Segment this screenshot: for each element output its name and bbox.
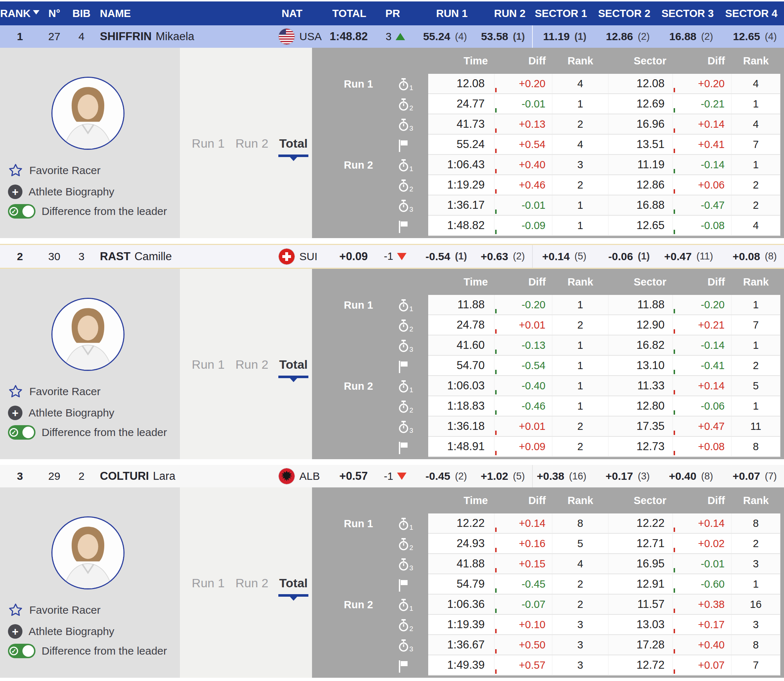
plus-icon: + <box>8 185 22 199</box>
split-rank: 2 <box>552 315 608 336</box>
tab-total[interactable]: Total <box>279 358 308 372</box>
split-time: 54.70 <box>428 356 494 376</box>
difference-from-leader-toggle[interactable]: ✓ Difference from the leader <box>8 644 167 658</box>
col-rank[interactable]: RANK <box>0 8 40 19</box>
split-rank: 4 <box>552 74 608 94</box>
sector-diff: +0.20 <box>673 74 732 94</box>
split-rank: 3 <box>552 615 608 635</box>
split-row: 3 1:36.17 -0.01 1 16.88 -0.47 2 <box>312 195 780 215</box>
splits-panel: Time Diff Rank Sector Diff Rank Run 1 1 … <box>312 269 784 459</box>
split-rank: 1 <box>552 94 608 114</box>
sector-rank: 11 <box>732 417 780 437</box>
split-icon: 1 <box>398 379 413 393</box>
nationality: ALB <box>268 468 326 484</box>
split-diff: -0.45 <box>494 574 552 594</box>
split-rank: 1 <box>552 295 608 315</box>
sector-rank: 7 <box>732 315 780 336</box>
athlete-photo[interactable] <box>51 298 124 371</box>
rank-value: 3 <box>0 470 40 482</box>
split-row: 3 41.60 -0.13 1 16.82 -0.14 1 <box>312 336 780 356</box>
athlete-biography[interactable]: + Athlete Biography <box>8 185 114 199</box>
sector-rank: 7 <box>732 135 780 155</box>
split-row-label <box>312 437 428 457</box>
split-row-label <box>312 135 428 155</box>
tab-total[interactable]: Total <box>279 136 308 150</box>
sector-time: 12.69 <box>608 94 673 114</box>
athlete-photo[interactable] <box>51 516 124 589</box>
split-diff: +0.16 <box>494 534 552 554</box>
split-row-label: 2 <box>312 615 428 635</box>
splits-header: Time Diff Rank Sector Diff Rank <box>312 269 780 295</box>
sector-rank: 1 <box>732 396 780 417</box>
split-rank: 1 <box>552 356 608 376</box>
favorite-racer[interactable]: Favorite Racer <box>8 384 101 399</box>
racer-summary-row[interactable]: 3 29 2 COLTURILara ALB +0.57 -1 -0.45(2)… <box>0 465 784 488</box>
split-icon: 3 <box>398 420 413 434</box>
racer-summary-row[interactable]: 1 27 4 SHIFFRINMikaela USA 1:48.82 3 55.… <box>0 25 784 48</box>
finish-flag-icon <box>398 660 408 673</box>
splits-header: Time Diff Rank Sector Diff Rank <box>312 488 780 513</box>
summary-run1: -0.45(2) <box>413 465 474 488</box>
total-time: +0.09 <box>326 250 373 263</box>
difference-from-leader-toggle[interactable]: ✓ Difference from the leader <box>8 204 167 219</box>
split-icon: 2 <box>398 537 413 551</box>
star-icon <box>8 384 23 399</box>
sector-diff: +0.07 <box>673 655 732 676</box>
sector-diff: +0.08 <box>673 437 732 457</box>
tab-run1[interactable]: Run 1 <box>192 136 225 150</box>
tab-run1[interactable]: Run 1 <box>192 576 225 590</box>
view-tabs: Run 1 Run 2 Total <box>192 576 308 590</box>
splits-table: Run 1 1 12.22 +0.14 8 12.22 +0.14 8 2 24… <box>312 513 780 676</box>
split-rank: 2 <box>552 175 608 195</box>
split-row: 3 1:36.18 +0.01 2 17.35 +0.47 11 <box>312 417 780 437</box>
favorite-racer[interactable]: Favorite Racer <box>8 163 101 178</box>
sector-diff: -0.14 <box>673 155 732 175</box>
favorite-racer[interactable]: Favorite Racer <box>8 602 101 618</box>
racer-summary-row[interactable]: 2 30 3 RASTCamille SUI +0.09 -1 -0.54(1)… <box>0 244 784 269</box>
summary-run1: -0.54(1) <box>413 245 474 268</box>
split-row: 2 24.93 +0.16 5 12.71 +0.02 2 <box>312 534 780 554</box>
split-rank: 5 <box>552 534 608 554</box>
split-rank: 3 <box>552 155 608 175</box>
split-icon: 1 <box>398 597 413 612</box>
col-number: N° <box>40 8 69 19</box>
tab-run2[interactable]: Run 2 <box>236 136 268 150</box>
split-row: Run 1 1 11.88 -0.20 1 11.88 -0.20 1 <box>312 295 780 315</box>
bib-value: 2 <box>69 470 94 482</box>
athlete-photo[interactable] <box>51 77 124 150</box>
sector-diff: +0.14 <box>673 114 732 135</box>
tab-run2[interactable]: Run 2 <box>236 576 268 590</box>
tab-run2[interactable]: Run 2 <box>236 358 268 372</box>
athlete-biography[interactable]: + Athlete Biography <box>8 624 114 639</box>
split-diff: +0.14 <box>494 513 552 534</box>
split-diff: +0.50 <box>494 635 552 655</box>
athlete-biography[interactable]: + Athlete Biography <box>8 405 114 420</box>
split-icon <box>398 440 408 454</box>
split-time: 1:19.39 <box>428 615 494 635</box>
split-diff: -0.01 <box>494 195 552 215</box>
tab-total[interactable]: Total <box>279 576 308 590</box>
split-row-label: 3 <box>312 635 428 655</box>
split-icon: 1 <box>398 158 413 172</box>
split-rank: 2 <box>552 574 608 594</box>
summary-sector4: 12.65(4) <box>720 25 784 48</box>
run-label: Run 2 <box>312 599 398 611</box>
run-label: Run 1 <box>312 78 398 90</box>
col-rank-detail: Rank <box>552 495 608 507</box>
difference-from-leader-toggle[interactable]: ✓ Difference from the leader <box>8 425 167 440</box>
split-diff: -0.01 <box>494 94 552 114</box>
racer-name: RASTCamille <box>94 250 268 263</box>
split-time: 1:49.39 <box>428 655 494 676</box>
plus-icon: + <box>8 405 22 420</box>
racer-detail: Favorite Racer + Athlete Biography ✓ Dif… <box>0 488 784 678</box>
summary-sector2: 12.86(2) <box>594 25 657 48</box>
tab-run1[interactable]: Run 1 <box>192 358 225 372</box>
rank-value: 2 <box>0 250 40 263</box>
sector-diff: -0.14 <box>673 336 732 356</box>
sector-rank: 2 <box>732 175 780 195</box>
sector-diff: -0.47 <box>673 195 732 215</box>
split-diff: +0.54 <box>494 135 552 155</box>
split-time: 1:06.03 <box>428 376 494 396</box>
pr-arrow-icon <box>397 253 406 260</box>
sector-time: 17.35 <box>608 417 673 437</box>
